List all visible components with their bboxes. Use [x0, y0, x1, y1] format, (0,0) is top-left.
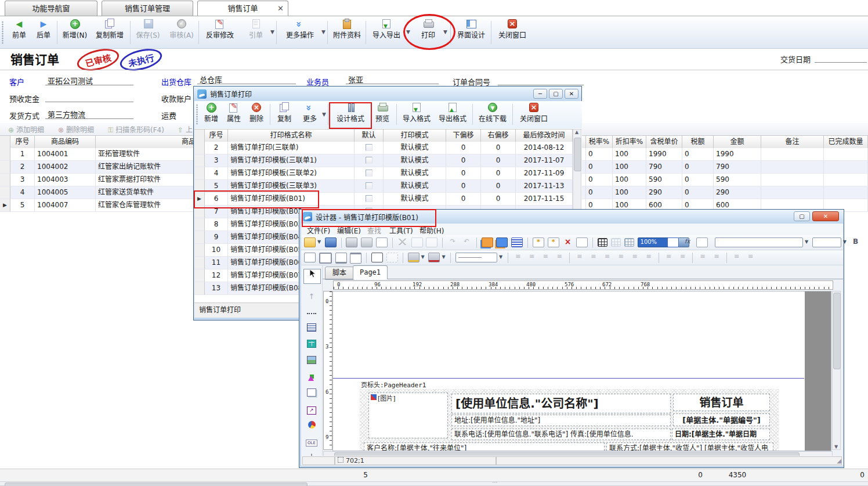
col-header[interactable]: 右偏移	[481, 129, 516, 142]
border-top-icon[interactable]	[350, 253, 361, 264]
chevron-down-icon[interactable]: ▼	[317, 237, 321, 246]
print-button[interactable]: 打印	[414, 19, 442, 46]
hand-tool[interactable]: ↑	[303, 292, 320, 306]
chevron-down-icon[interactable]: ▼	[804, 237, 809, 246]
chevron-down-icon[interactable]: ▼	[421, 253, 425, 261]
align-bottom-icon[interactable]	[643, 253, 654, 261]
undo-icon[interactable]	[461, 237, 472, 246]
default-checkbox[interactable]	[366, 195, 372, 202]
table-row[interactable]: 4销售订单打印模板(三联单2)默认模式002017-11-09	[194, 167, 573, 180]
attachments-button[interactable]: 附件资料	[330, 19, 364, 46]
import-format-button[interactable]: 导入格式	[400, 102, 433, 130]
center-v-icon[interactable]	[711, 253, 722, 261]
calc-field-tool[interactable]	[303, 340, 320, 354]
delete-detail-button[interactable]: ⊗ 删除明细	[58, 124, 94, 134]
italic-button[interactable]	[864, 237, 868, 246]
maximize-button[interactable]: ▢	[794, 211, 810, 221]
dashed-frame-icon[interactable]	[386, 253, 398, 262]
copy-format-button[interactable]: 复制	[273, 102, 295, 130]
col-header[interactable]: 金额	[714, 136, 761, 149]
line-color-icon[interactable]	[428, 253, 440, 262]
design-format-button[interactable]: 设计格式	[334, 102, 367, 130]
bring-to-front-icon[interactable]	[482, 237, 493, 247]
col-header[interactable]: 最后修改时间	[516, 129, 573, 142]
next-order-button[interactable]: 后单	[31, 19, 56, 46]
report-title-field[interactable]: 销售订单	[673, 394, 770, 411]
default-checkbox[interactable]	[366, 157, 372, 164]
import-export-button[interactable]: 导入导出	[368, 19, 405, 46]
customer-label[interactable]: 客户	[9, 76, 24, 87]
dialog-titlebar[interactable]: 销售订单打印	[194, 87, 581, 101]
new-item-icon[interactable]	[533, 237, 544, 247]
formula-icon[interactable]	[682, 237, 693, 246]
snap-grid-icon[interactable]	[611, 238, 621, 247]
export-format-button[interactable]: 导出格式	[436, 102, 469, 130]
col-header[interactable]: 备注	[761, 136, 824, 149]
col-header[interactable]: 打印格式名称	[228, 129, 355, 142]
field-list-icon[interactable]	[511, 237, 523, 247]
arrange-2-icon[interactable]	[746, 253, 756, 261]
design-canvas[interactable]: 页标头:PageHeader1 [图片] [使用单位信息."公司名称"] 销售订…	[332, 291, 831, 451]
copy-icon[interactable]	[411, 237, 423, 247]
contract-field[interactable]	[498, 85, 584, 85]
select-tool[interactable]	[303, 269, 321, 284]
menu-find[interactable]: 查找	[367, 225, 381, 235]
subreport-tool[interactable]: ↗	[303, 405, 320, 419]
blank-page-icon[interactable]	[576, 237, 588, 247]
designer-titlebar[interactable]: 设计器 - 销售订单打印模版(B01)	[299, 210, 844, 224]
same-size-icon[interactable]	[540, 253, 551, 261]
redo-icon[interactable]	[447, 237, 458, 246]
chevron-down-icon[interactable]: ▼	[842, 237, 847, 246]
center-h-icon[interactable]	[697, 253, 708, 261]
col-header[interactable]: 含税单价	[646, 136, 682, 149]
bold-button[interactable]	[851, 237, 861, 246]
align-middle-icon[interactable]	[630, 253, 640, 261]
font-family-select[interactable]	[715, 237, 803, 247]
font-size-select[interactable]	[812, 237, 841, 247]
scan-barcode-button[interactable]: ⚿ 扫描条形码(F4)	[108, 124, 164, 134]
chevron-down-icon[interactable]: ▼	[322, 111, 326, 117]
col-header[interactable]: 下偏移	[446, 129, 481, 142]
online-download-button[interactable]: 在线下载	[476, 102, 509, 130]
default-checkbox[interactable]	[366, 170, 372, 177]
cut-icon[interactable]	[397, 237, 408, 246]
tab-sales-order[interactable]: 销售订单	[197, 1, 288, 16]
close-button[interactable]: ✕	[812, 211, 839, 221]
report-company-field[interactable]: [使用单位信息."公司名称"]	[451, 394, 671, 413]
same-height-icon[interactable]	[527, 253, 537, 261]
align-left-icon[interactable]	[574, 253, 585, 261]
col-header[interactable]: 税率%	[586, 136, 613, 149]
close-tab-icon[interactable]: ✕	[277, 5, 284, 12]
chart-tool[interactable]	[303, 421, 320, 435]
default-checkbox[interactable]	[366, 144, 372, 151]
chevron-down-icon[interactable]: ▼	[406, 29, 410, 35]
properties-button[interactable]: 属性	[223, 102, 244, 130]
more-actions-button[interactable]: 更多操作	[280, 19, 320, 46]
arrange-icon[interactable]	[732, 253, 742, 261]
horizontal-scrollbar[interactable]: ⋯	[0, 481, 868, 486]
open-icon[interactable]	[304, 237, 316, 247]
image-tool[interactable]	[303, 356, 320, 370]
data-field-icon[interactable]	[667, 237, 679, 247]
scroll-down-icon[interactable]: ▼	[834, 444, 838, 449]
preview-button[interactable]: 预览	[372, 102, 393, 130]
tab-page1[interactable]: Page1	[353, 265, 388, 279]
paste-icon[interactable]	[426, 237, 437, 247]
scrollbar-thumb[interactable]	[5, 483, 308, 486]
new-button[interactable]: 新增(N)	[59, 19, 91, 46]
close-window-button[interactable]: 关闭窗口	[494, 19, 530, 46]
col-header[interactable]: 商品编码	[35, 136, 96, 149]
menu-help[interactable]: 帮助(H)	[419, 225, 444, 235]
size-to-grid-icon[interactable]	[554, 253, 565, 261]
scrollbar-thumb[interactable]	[574, 138, 581, 171]
save-button[interactable]: 保存(S)	[132, 19, 164, 46]
show-grid-icon[interactable]	[598, 238, 607, 247]
delivery-date-field[interactable]	[815, 62, 867, 63]
deposit-field[interactable]	[45, 102, 133, 102]
col-header[interactable]: 已完成数量	[824, 136, 868, 149]
more-button[interactable]: 更多	[299, 102, 321, 130]
new-page-icon[interactable]	[548, 237, 559, 247]
script-editor-icon[interactable]	[696, 237, 708, 247]
line-style-select[interactable]	[455, 253, 497, 262]
table-row[interactable]: 2销售订单打印(三联单)默认模式002014-08-12	[194, 142, 573, 154]
